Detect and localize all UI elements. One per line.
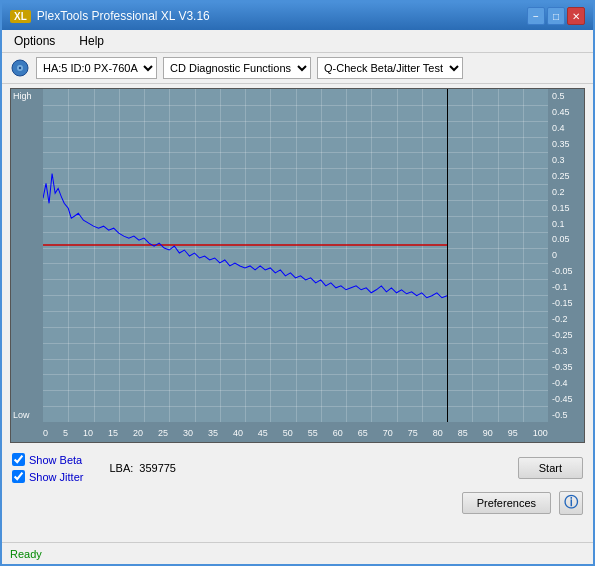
maximize-button[interactable]: □ (547, 7, 565, 25)
menu-options[interactable]: Options (10, 32, 59, 50)
chart-y-axis-right: 0.5 0.45 0.4 0.35 0.3 0.25 0.2 0.15 0.1 … (548, 89, 584, 422)
window-title: PlexTools Professional XL V3.16 (37, 9, 210, 23)
status-bar: Ready (2, 542, 593, 564)
status-text: Ready (10, 548, 42, 560)
bottom-panel-2: Preferences ⓘ (2, 489, 593, 521)
info-button[interactable]: ⓘ (559, 491, 583, 515)
show-beta-row: Show Beta (12, 453, 83, 466)
app-logo: XL (10, 10, 31, 23)
show-beta-checkbox[interactable] (12, 453, 25, 466)
drive-icon (10, 58, 30, 78)
start-button[interactable]: Start (518, 457, 583, 479)
function-select[interactable]: CD Diagnostic Functions (163, 57, 311, 79)
disc-icon (11, 59, 29, 77)
minimize-button[interactable]: − (527, 7, 545, 25)
chart-inner (43, 89, 548, 422)
jitter-line (43, 173, 447, 297)
menu-bar: Options Help (2, 30, 593, 53)
lba-value: 359775 (139, 462, 176, 474)
close-button[interactable]: ✕ (567, 7, 585, 25)
show-jitter-row: Show Jitter (12, 470, 83, 483)
chart-svg (43, 89, 548, 422)
chart-low-label: Low (13, 410, 30, 420)
svg-point-2 (19, 67, 21, 69)
drive-select[interactable]: HA:5 ID:0 PX-760A (36, 57, 157, 79)
bottom-panel-1: Show Beta Show Jitter LBA: 359775 Start (2, 447, 593, 489)
show-jitter-checkbox[interactable] (12, 470, 25, 483)
info-icon: ⓘ (564, 494, 578, 512)
window-controls: − □ ✕ (527, 7, 585, 25)
show-jitter-label: Show Jitter (29, 471, 83, 483)
title-bar: XL PlexTools Professional XL V3.16 − □ ✕ (2, 2, 593, 30)
chart-high-label: High (13, 91, 32, 101)
menu-help[interactable]: Help (75, 32, 108, 50)
toolbar: HA:5 ID:0 PX-760A CD Diagnostic Function… (2, 53, 593, 84)
preferences-button[interactable]: Preferences (462, 492, 551, 514)
lba-label: LBA: (109, 462, 133, 474)
chart-area: High Low 0.5 0.45 0.4 0.35 0.3 0.25 0.2 … (10, 88, 585, 443)
show-beta-label: Show Beta (29, 454, 82, 466)
lba-section: LBA: 359775 (109, 462, 176, 474)
test-select[interactable]: Q-Check Beta/Jitter Test (317, 57, 463, 79)
chart-x-axis: 0 5 10 15 20 25 30 35 40 45 50 55 60 65 … (43, 424, 548, 442)
